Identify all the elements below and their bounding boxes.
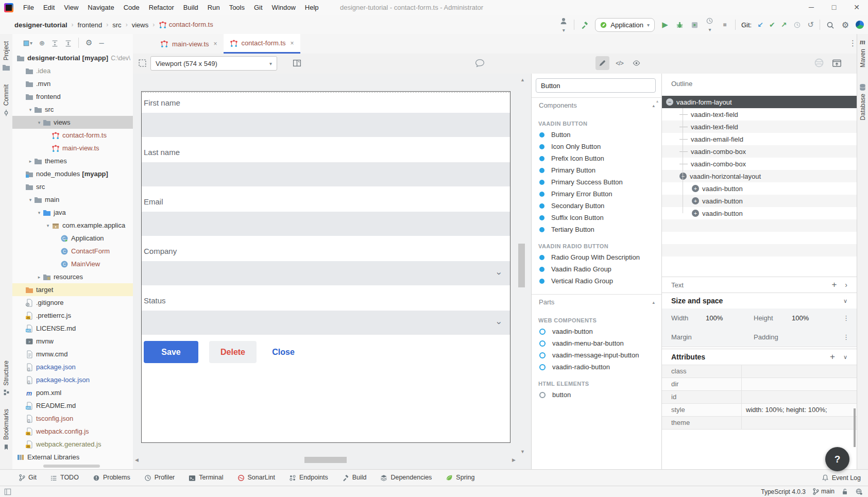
menu-edit[interactable]: Edit [39, 0, 59, 15]
palette-item-button[interactable]: Button [532, 129, 662, 141]
form-field-email[interactable]: Email [142, 197, 510, 236]
code-analysis-icon[interactable] [855, 488, 863, 495]
typescript-version[interactable]: TypeScript 4.0.3 [761, 488, 806, 495]
height-value[interactable]: 100% [792, 314, 832, 322]
tree-item-readme-md[interactable]: MDREADME.md [12, 399, 133, 412]
git-commit-button[interactable]: ✔ [769, 21, 775, 29]
menu-navigate[interactable]: Navigate [83, 0, 118, 15]
code-with-me-icon[interactable] [856, 21, 864, 29]
attribute-value[interactable]: width: 100%; height: 100%; [742, 404, 857, 416]
chevron-down-icon[interactable]: ▾ [36, 210, 43, 215]
editor-options-icon[interactable]: ⋮ [849, 39, 857, 48]
tree-item-mvnw-cmd[interactable]: mvnw.cmd [12, 348, 133, 361]
outline-node-vaadin-text-field[interactable]: vaadin-text-field [662, 108, 857, 121]
tree-item-webpack-generated-js[interactable]: JSwebpack.generated.js [12, 438, 133, 451]
attribute-value[interactable] [742, 417, 857, 429]
breadcrumb-item[interactable]: src [111, 21, 122, 29]
sidebar-item-bookmarks[interactable]: Bookmarks [3, 409, 10, 451]
design-canvas[interactable]: First nameLast nameEmailCompany›Status› … [141, 91, 510, 443]
tree-item-themes[interactable]: ▸themes [12, 155, 133, 167]
form-field-first-name[interactable]: First name [142, 98, 510, 137]
menu-help[interactable]: Help [300, 0, 324, 15]
collapse-all-icon[interactable] [65, 39, 72, 46]
menu-window[interactable]: Window [267, 0, 300, 15]
scroll-left-arrow[interactable]: ◀ [135, 457, 139, 462]
tree-item-src[interactable]: src [12, 180, 133, 193]
tree-item-resources[interactable]: ▸resources [12, 270, 133, 283]
run-configuration-select[interactable]: Application ▾ [595, 18, 655, 32]
chevron-down-icon[interactable]: ∨ [843, 298, 847, 304]
collapse-arrow-icon[interactable]: ▴ [652, 300, 655, 305]
tool-window-terminal[interactable]: Terminal [189, 474, 223, 481]
tree-item-java[interactable]: ▾java [12, 206, 133, 219]
form-field-company[interactable]: Company› [142, 246, 510, 285]
tool-window-problems[interactable]: Problems [93, 474, 130, 482]
outline-node-vaadin-button[interactable]: +vaadin-button [662, 195, 857, 207]
tree-item-license-md[interactable]: MDLICENSE.md [12, 322, 133, 335]
chevron-down-icon[interactable]: ▾ [27, 107, 34, 112]
palette-item-button[interactable]: button [532, 389, 662, 401]
palette-item-icon-only-button[interactable]: Icon Only Button [532, 141, 662, 152]
add-text-icon[interactable]: + [831, 280, 837, 290]
tree-item-tsconfig-json[interactable]: {}tsconfig.json [12, 412, 133, 425]
tree-item-main-view-ts[interactable]: main-view.ts [12, 142, 133, 155]
tree-item-main[interactable]: ▾main [12, 193, 133, 206]
tree-item-application[interactable]: CApplication [12, 232, 133, 245]
chevron-down-icon[interactable]: › [494, 272, 504, 275]
add-attribute-icon[interactable]: + [830, 352, 835, 362]
palette-item-primary-button[interactable]: Primary Button [532, 164, 662, 176]
git-history-icon[interactable] [792, 21, 802, 29]
collapse-node-icon[interactable]: − [679, 173, 687, 180]
tree-item--idea[interactable]: .idea [12, 64, 133, 77]
palette-item-prefix-icon-button[interactable]: Prefix Icon Button [532, 152, 662, 164]
tool-window-todo[interactable]: TODO [50, 474, 79, 481]
palette-item-secondary-button[interactable]: Secondary Button [532, 200, 662, 212]
sidebar-item-maven[interactable]: mMaven [859, 38, 866, 67]
close-icon[interactable]: × [214, 40, 217, 47]
tree-item-package-lock-json[interactable]: {}package-lock.json [12, 373, 133, 386]
tool-window-git[interactable]: Git [19, 474, 37, 482]
project-hscrollbar[interactable] [43, 465, 100, 468]
settings-gear-icon[interactable]: ⚙ [841, 20, 850, 30]
project-settings-gear-icon[interactable]: ⚙ [86, 38, 92, 47]
palette-item-vaadin-message-input-button[interactable]: vaadin-message-input-button [532, 349, 662, 361]
scroll-up-arrow[interactable]: ▲ [520, 77, 525, 82]
tab-main-view-ts[interactable]: main-view.ts× [154, 34, 224, 54]
palette-item-suffix-icon-button[interactable]: Suffix Icon Button [532, 212, 662, 224]
tree-item-com-example-applica[interactable]: ▾com.example.applica [12, 219, 133, 232]
tree-item-views[interactable]: ▾views [12, 116, 133, 129]
outline-node-vaadin-button[interactable]: +vaadin-button [662, 207, 857, 219]
tree-item-contactform[interactable]: CContactForm [12, 245, 133, 258]
tree-item--gitignore[interactable]: .gitignore [12, 296, 133, 309]
select-opened-file-icon[interactable]: ▾ [23, 39, 32, 47]
breadcrumb-item[interactable]: contact-form.ts [158, 21, 214, 29]
field-input[interactable] [142, 212, 510, 236]
form-field-last-name[interactable]: Last name [142, 147, 510, 186]
tree-item-contact-form-ts[interactable]: contact-form.ts [12, 129, 133, 142]
palette-item-tertiary-button[interactable]: Tertiary Button [532, 224, 662, 235]
attribute-value[interactable] [742, 365, 857, 378]
field-select[interactable]: › [142, 261, 510, 285]
stop-button[interactable]: ■ [720, 21, 729, 28]
outline-node-vaadin-email-field[interactable]: vaadin-email-field [662, 133, 857, 145]
run-with-coverage-button[interactable] [690, 21, 700, 29]
menu-tools[interactable]: Tools [225, 0, 249, 15]
minimize-button[interactable]: ─ [800, 0, 823, 15]
feedback-bubble-icon[interactable] [475, 59, 485, 67]
tree-item-external-libraries[interactable]: External Libraries [12, 451, 133, 464]
tool-window-profiler[interactable]: Profiler [144, 474, 175, 482]
parts-section-header[interactable]: Parts ▴ [532, 294, 662, 310]
scroll-down-arrow[interactable]: ▼ [520, 449, 525, 454]
maximize-button[interactable]: □ [823, 0, 845, 15]
run-button[interactable]: ▶ [660, 20, 670, 29]
expand-node-icon[interactable]: + [692, 185, 699, 192]
locate-icon[interactable]: ⊕ [39, 39, 45, 47]
delete-button[interactable]: Delete [209, 341, 257, 363]
form-layout[interactable]: First nameLast nameEmailCompany›Status› [142, 98, 510, 335]
form-field-status[interactable]: Status› [142, 296, 510, 335]
chevron-down-icon[interactable]: ▾ [36, 120, 43, 125]
tool-window-spring[interactable]: Spring [446, 474, 474, 482]
user-icon[interactable]: ▾ [559, 16, 568, 33]
tree-item-target[interactable]: target [12, 283, 133, 296]
collapse-arrow-icon[interactable]: ▴ [652, 103, 655, 108]
